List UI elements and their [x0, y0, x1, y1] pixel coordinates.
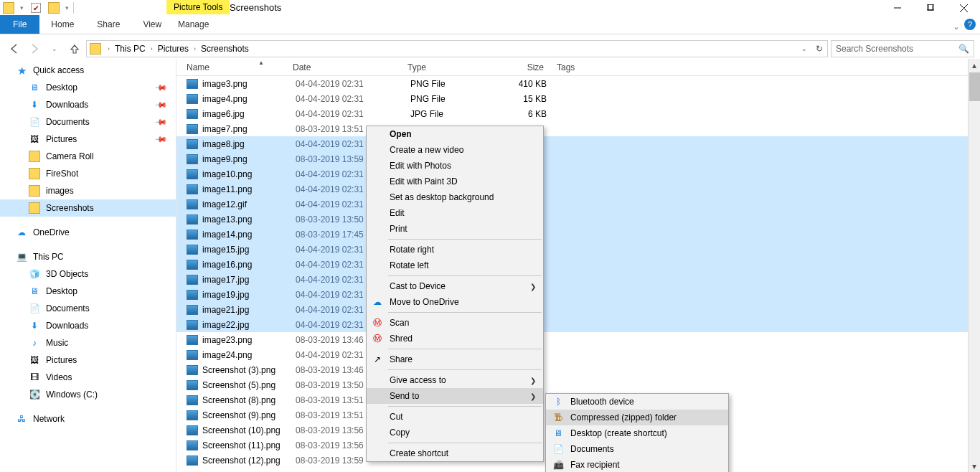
file-row[interactable]: image9.png08-03-2019 13:59: [176, 151, 980, 166]
vertical-scrollbar[interactable]: ▴ ▾: [968, 59, 980, 472]
file-row[interactable]: image15.jpg04-04-2019 02:31: [176, 242, 980, 257]
ctx-give-access[interactable]: Give access to❯: [367, 372, 543, 388]
ctx-cast[interactable]: Cast to Device❯: [367, 278, 543, 294]
recent-locations-button[interactable]: ⌄: [46, 40, 63, 57]
ctx-rotate-right[interactable]: Rotate right: [367, 242, 543, 258]
ctx-rotate-left[interactable]: Rotate left: [367, 258, 543, 273]
qat-dropdown-icon[interactable]: ▾: [65, 4, 69, 11]
close-button[interactable]: [947, 0, 980, 16]
ribbon-expand-icon[interactable]: ⌄: [953, 22, 960, 32]
sendto-desktop-shortcut[interactable]: 🖥Desktop (create shortcut): [546, 425, 728, 441]
help-icon[interactable]: ?: [964, 19, 976, 30]
file-row[interactable]: image4.png04-04-2019 02:31PNG File15 KB: [176, 91, 980, 106]
ctx-scan[interactable]: ⓂScan: [367, 315, 543, 331]
file-row[interactable]: image3.png04-04-2019 02:31PNG File410 KB: [176, 76, 980, 91]
tab-share[interactable]: Share: [85, 15, 131, 34]
tab-manage[interactable]: Manage: [166, 15, 220, 34]
ctx-edit-paint3d[interactable]: Edit with Paint 3D: [367, 174, 543, 189]
breadcrumb-thispc[interactable]: This PC: [113, 44, 147, 54]
file-row[interactable]: image11.png04-04-2019 02:31: [176, 181, 980, 197]
file-row[interactable]: image7.png08-03-2019 13:51: [176, 121, 980, 136]
nav-pictures2[interactable]: 🖼Pictures: [0, 351, 176, 369]
file-row[interactable]: image22.jpg04-04-2019 02:31: [176, 317, 980, 332]
file-row[interactable]: image8.jpg04-04-2019 02:31: [176, 136, 980, 151]
sendto-compressed-folder[interactable]: 🗜Compressed (zipped) folder: [546, 410, 728, 425]
col-date[interactable]: Date: [293, 62, 407, 72]
chevron-right-icon[interactable]: ›: [190, 45, 199, 52]
ctx-create-shortcut[interactable]: Create shortcut: [367, 445, 543, 461]
up-button[interactable]: [66, 40, 83, 57]
file-row[interactable]: image21.jpg04-04-2019 02:31: [176, 302, 980, 317]
nav-images[interactable]: images: [0, 182, 176, 199]
ctx-share[interactable]: ↗Share: [367, 351, 543, 367]
file-row[interactable]: image23.png08-03-2019 13:46: [176, 332, 980, 347]
tab-home[interactable]: Home: [39, 15, 85, 34]
address-bar[interactable]: › This PC › Pictures › Screenshots ⌄ ↻: [86, 40, 828, 57]
refresh-button[interactable]: ↻: [811, 44, 827, 54]
col-type[interactable]: Type: [407, 62, 496, 72]
nav-3dobjects[interactable]: 🧊3D Objects: [0, 265, 176, 283]
minimize-button[interactable]: [881, 0, 914, 16]
nav-downloads2[interactable]: ⬇Downloads: [0, 317, 176, 334]
file-row[interactable]: image12.gif04-04-2019 02:31: [176, 197, 980, 212]
qat-newfolder-icon[interactable]: [48, 2, 60, 14]
file-row[interactable]: image13.png08-03-2019 13:50: [176, 212, 980, 227]
file-row[interactable]: image6.jpg04-04-2019 02:31JPG File6 KB: [176, 106, 980, 121]
address-dropdown-icon[interactable]: ⌄: [797, 45, 811, 52]
search-input[interactable]: Search Screenshots 🔍: [831, 40, 974, 57]
file-row[interactable]: Screenshot (5).png08-03-2019 13:50: [176, 377, 980, 392]
ctx-set-background[interactable]: Set as desktop background: [367, 189, 543, 205]
back-button[interactable]: [6, 40, 23, 57]
ctx-edit-photos[interactable]: Edit with Photos: [367, 158, 543, 174]
nav-cameraroll[interactable]: Camera Roll: [0, 148, 176, 165]
qat-properties-icon[interactable]: ✔: [31, 3, 41, 13]
ctx-shred[interactable]: ⓂShred: [367, 331, 543, 346]
breadcrumb-screenshots[interactable]: Screenshots: [199, 44, 250, 54]
nav-music[interactable]: ♪Music: [0, 334, 176, 351]
sendto-documents[interactable]: 📄Documents: [546, 441, 728, 457]
ctx-open[interactable]: Open: [367, 126, 543, 142]
nav-onedrive[interactable]: ☁OneDrive: [0, 224, 176, 241]
ctx-edit[interactable]: Edit: [367, 205, 543, 221]
col-name[interactable]: Name▲: [187, 62, 293, 72]
file-row[interactable]: image14.png08-03-2019 17:45: [176, 227, 980, 242]
ctx-copy[interactable]: Copy: [367, 425, 543, 440]
ctx-print[interactable]: Print: [367, 221, 543, 237]
breadcrumb-pictures[interactable]: Pictures: [156, 44, 190, 54]
ctx-send-to[interactable]: Send to❯: [367, 388, 543, 404]
file-row[interactable]: Screenshot (3).png08-03-2019 13:46: [176, 362, 980, 377]
ctx-cut[interactable]: Cut: [367, 409, 543, 425]
sendto-fax[interactable]: 📠Fax recipient: [546, 457, 728, 472]
ctx-move-onedrive[interactable]: ☁Move to OneDrive: [367, 294, 543, 310]
nav-documents[interactable]: 📄Documents📌: [0, 113, 176, 131]
nav-screenshots[interactable]: Screenshots: [0, 199, 176, 217]
scroll-up-icon[interactable]: ▴: [969, 59, 981, 71]
nav-desktop[interactable]: 🖥Desktop📌: [0, 79, 176, 96]
tab-file[interactable]: File: [0, 15, 39, 34]
nav-videos[interactable]: 🎞Videos: [0, 369, 176, 386]
forward-button[interactable]: [26, 40, 43, 57]
col-tags[interactable]: Tags: [550, 62, 575, 72]
chevron-right-icon[interactable]: ›: [104, 45, 113, 52]
nav-fireshot[interactable]: FireShot: [0, 165, 176, 182]
scroll-down-icon[interactable]: ▾: [969, 460, 981, 472]
nav-thispc[interactable]: 💻This PC: [0, 248, 176, 265]
nav-windowsc[interactable]: 💽Windows (C:): [0, 386, 176, 403]
nav-downloads[interactable]: ⬇Downloads📌: [0, 96, 176, 113]
sendto-bluetooth[interactable]: ᛒBluetooth device: [546, 394, 728, 410]
nav-desktop2[interactable]: 🖥Desktop: [0, 283, 176, 300]
file-row[interactable]: image17.jpg04-04-2019 02:31: [176, 272, 980, 287]
file-row[interactable]: image19.jpg04-04-2019 02:31: [176, 287, 980, 302]
nav-network[interactable]: 🖧Network: [0, 410, 176, 428]
col-size[interactable]: Size: [496, 62, 550, 72]
maximize-button[interactable]: [914, 0, 947, 16]
nav-pictures[interactable]: 🖼Pictures📌: [0, 131, 176, 148]
file-row[interactable]: image10.png04-04-2019 02:31: [176, 166, 980, 181]
chevron-right-icon[interactable]: ›: [147, 45, 156, 52]
file-row[interactable]: image16.png04-04-2019 02:31: [176, 257, 980, 272]
nav-quick-access[interactable]: ★Quick access: [0, 62, 176, 79]
file-row[interactable]: image24.png04-04-2019 02:31: [176, 347, 980, 362]
scroll-thumb[interactable]: [969, 72, 980, 101]
nav-documents2[interactable]: 📄Documents: [0, 300, 176, 317]
ctx-create-video[interactable]: Create a new video: [367, 142, 543, 158]
